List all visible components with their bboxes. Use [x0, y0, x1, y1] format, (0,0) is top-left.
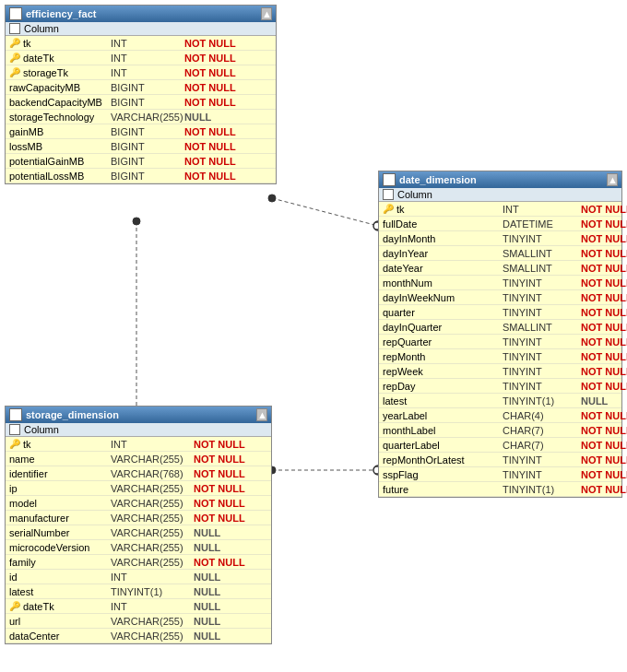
col-subheader-label: Column — [24, 424, 59, 435]
table-row: gainMB BIGINT NOT NULL — [6, 124, 276, 139]
table-row: 🔑 dateTk INT NULL — [6, 599, 271, 614]
table-row: sspFlag TINYINT NOT NULL — [379, 467, 621, 482]
table-row: manufacturer VARCHAR(255) NOT NULL — [6, 511, 271, 525]
table-row: ip VARCHAR(255) NOT NULL — [6, 481, 271, 496]
table-row: repDay TINYINT NOT NULL — [379, 379, 621, 394]
col-name: gainMB — [9, 126, 111, 137]
pk-icon: 🔑 — [9, 53, 20, 63]
svg-line-0 — [272, 198, 378, 226]
table-row: storageTechnology VARCHAR(255) NULL — [6, 110, 276, 124]
pk-icon: 🔑 — [383, 204, 394, 214]
table-row: id INT NULL — [6, 570, 271, 584]
storage-dimension-col-header: Column — [6, 423, 271, 437]
table-row: model VARCHAR(255) NOT NULL — [6, 496, 271, 511]
efficiency-fact-title: efficiency_fact — [26, 8, 96, 19]
table-row: potentialLossMB BIGINT NOT NULL — [6, 169, 276, 183]
efficiency-fact-col-header: Column — [6, 22, 276, 36]
storage-dimension-header[interactable]: storage_dimension ▲ — [6, 407, 271, 423]
svg-point-1 — [268, 195, 276, 202]
table-row: repMonthOrLatest TINYINT NOT NULL — [379, 453, 621, 467]
col-name: storageTechnology — [9, 112, 111, 123]
table-row: dayInMonth TINYINT NOT NULL — [379, 231, 621, 246]
table-icon — [9, 7, 22, 20]
col-subheader-icon — [9, 23, 20, 34]
col-subheader-icon — [383, 189, 394, 200]
table-row: fullDate DATETIME NOT NULL — [379, 217, 621, 231]
table-row: dayInWeekNum TINYINT NOT NULL — [379, 290, 621, 305]
table-row: 🔑 storageTk INT NOT NULL — [6, 65, 276, 80]
storage-dimension-title: storage_dimension — [26, 409, 119, 420]
col-subheader-label: Column — [397, 189, 432, 200]
date-dimension-rows: 🔑 tk INT NOT NULL fullDate DATETIME NOT … — [379, 202, 621, 497]
table-row: 🔑 tk INT NOT NULL — [6, 437, 271, 452]
db-canvas: efficiency_fact ▲ Column 🔑 tk INT NOT NU… — [0, 0, 627, 672]
table-row: latest TINYINT(1) NULL — [379, 394, 621, 408]
date-dimension-title: date_dimension — [399, 174, 477, 185]
table-row: quarterLabel CHAR(7) NOT NULL — [379, 438, 621, 453]
table-row: rawCapacityMB BIGINT NOT NULL — [6, 80, 276, 95]
table-row: 🔑 tk INT NOT NULL — [379, 202, 621, 217]
date-dimension-table: date_dimension ▲ Column 🔑 tk INT NOT NUL… — [378, 171, 622, 498]
table-row: identifier VARCHAR(768) NOT NULL — [6, 466, 271, 481]
col-name: rawCapacityMB — [9, 82, 111, 93]
col-subheader-icon — [9, 424, 20, 435]
table-row: future TINYINT(1) NOT NULL — [379, 482, 621, 497]
table-row: yearLabel CHAR(4) NOT NULL — [379, 408, 621, 423]
col-name: 🔑 tk — [9, 439, 111, 450]
table-row: serialNumber VARCHAR(255) NULL — [6, 525, 271, 540]
col-subheader-label: Column — [24, 23, 59, 34]
table-row: latest TINYINT(1) NULL — [6, 584, 271, 599]
table-row: 🔑 tk INT NOT NULL — [6, 36, 276, 51]
scroll-up-icon[interactable]: ▲ — [256, 408, 267, 421]
table-icon — [9, 408, 22, 421]
col-name: 🔑 storageTk — [9, 67, 111, 78]
table-row: repWeek TINYINT NOT NULL — [379, 364, 621, 379]
table-icon — [383, 173, 396, 186]
table-row: name VARCHAR(255) NOT NULL — [6, 452, 271, 466]
pk-icon: 🔑 — [9, 439, 20, 449]
table-row: microcodeVersion VARCHAR(255) NULL — [6, 540, 271, 555]
table-row: family VARCHAR(255) NOT NULL — [6, 555, 271, 570]
table-row: potentialGainMB BIGINT NOT NULL — [6, 154, 276, 169]
pk-icon: 🔑 — [9, 38, 20, 48]
pk-icon: 🔑 — [9, 67, 20, 77]
pk-icon: 🔑 — [9, 601, 20, 611]
table-row: url VARCHAR(255) NULL — [6, 614, 271, 629]
table-row: repQuarter TINYINT NOT NULL — [379, 335, 621, 349]
table-row: dataCenter VARCHAR(255) NULL — [6, 629, 271, 643]
table-row: lossMB BIGINT NOT NULL — [6, 139, 276, 154]
col-name: potentialLossMB — [9, 171, 111, 182]
col-name: lossMB — [9, 141, 111, 152]
table-row: repMonth TINYINT NOT NULL — [379, 349, 621, 364]
col-name: backendCapacityMB — [9, 97, 111, 108]
scroll-up-icon[interactable]: ▲ — [607, 173, 618, 186]
col-name: 🔑 dateTk — [9, 601, 111, 612]
col-name: 🔑 dateTk — [9, 53, 111, 64]
storage-dimension-rows: 🔑 tk INT NOT NULL name VARCHAR(255) NOT … — [6, 437, 271, 643]
date-dimension-col-header: Column — [379, 188, 621, 202]
efficiency-fact-header[interactable]: efficiency_fact ▲ — [6, 6, 276, 22]
table-row: quarter TINYINT NOT NULL — [379, 305, 621, 320]
table-row: backendCapacityMB BIGINT NOT NULL — [6, 95, 276, 110]
table-row: monthLabel CHAR(7) NOT NULL — [379, 423, 621, 438]
col-name: potentialGainMB — [9, 156, 111, 167]
svg-point-6 — [133, 218, 140, 225]
table-row: dayInQuarter SMALLINT NOT NULL — [379, 320, 621, 335]
scroll-up-icon[interactable]: ▲ — [261, 7, 272, 20]
efficiency-fact-table: efficiency_fact ▲ Column 🔑 tk INT NOT NU… — [5, 5, 277, 184]
efficiency-fact-rows: 🔑 tk INT NOT NULL 🔑 dateTk INT NOT NULL … — [6, 36, 276, 183]
col-name: 🔑 tk — [9, 38, 111, 49]
storage-dimension-table: storage_dimension ▲ Column 🔑 tk INT NOT … — [5, 406, 272, 644]
col-name: 🔑 tk — [383, 204, 503, 215]
table-row: monthNum TINYINT NOT NULL — [379, 276, 621, 290]
date-dimension-header[interactable]: date_dimension ▲ — [379, 171, 621, 188]
table-row: 🔑 dateTk INT NOT NULL — [6, 51, 276, 65]
table-row: dayInYear SMALLINT NOT NULL — [379, 246, 621, 261]
table-row: dateYear SMALLINT NOT NULL — [379, 261, 621, 276]
